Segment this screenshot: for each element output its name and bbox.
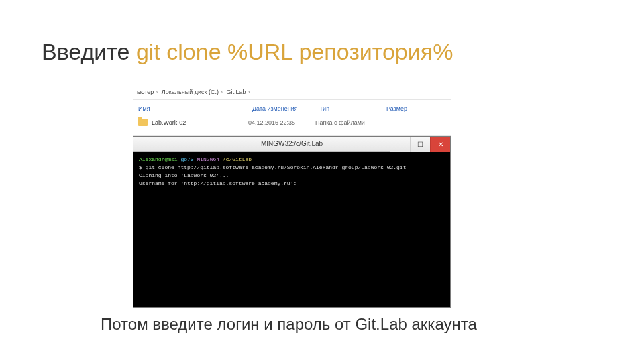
footer-text: Потом введите логин и пароль от Git.Lab … [101,315,477,334]
table-row: Lab.Work-02 04.12.2016 22:35 Папка с фай… [133,115,451,136]
terminal-output: Username for 'http://gitlab.software-aca… [139,180,297,186]
explorer-column-headers: Имя Дата изменения Тип Размер [133,100,451,115]
terminal-body: Alexandr@msi go70 MINGW64 /c/GitLab $ gi… [133,152,450,307]
title-prefix: Введите [42,39,136,64]
slide: Введите git clone %URL репозитория% ьюте… [0,0,644,362]
prompt-path: /c/GitLab [223,156,252,162]
chevron-right-icon: › [219,88,225,95]
maximize-button[interactable]: ☐ [410,137,430,152]
prompt-user: Alexandr@msi [139,156,178,162]
chevron-right-icon: › [246,88,252,95]
prompt-host: go70 [180,156,193,162]
column-header-type: Тип [319,105,386,112]
prompt-sys: MINGW64 [197,156,219,162]
column-header-date: Дата изменения [252,105,319,112]
breadcrumb: ьютер› Локальный диск (C:)› Git.Lab› [133,86,451,100]
breadcrumb-segment: Git.Lab [226,88,246,95]
column-header-size: Размер [386,105,427,112]
row-name: Lab.Work-02 [152,119,186,126]
terminal-command: $ git clone http://gitlab.software-acade… [139,164,406,170]
chevron-right-icon: › [154,88,160,95]
terminal-window: MINGW32:/c/Git.Lab — ☐ ✕ Alexandr@msi go… [133,136,451,308]
row-type: Папка с файлами [315,119,382,126]
window-controls: — ☐ ✕ [390,137,450,152]
screenshot-composite: ьютер› Локальный диск (C:)› Git.Lab› Имя… [133,86,451,308]
slide-title: Введите git clone %URL репозитория% [42,39,453,65]
column-header-name: Имя [138,105,252,112]
title-highlight: git clone %URL репозитория% [136,39,453,64]
terminal-output: Cloning into 'LabWork-02'... [139,172,229,178]
breadcrumb-segment: ьютер [137,88,154,95]
folder-icon [138,119,148,126]
breadcrumb-segment: Локальный диск (C:) [162,88,219,95]
explorer-window: ьютер› Локальный диск (C:)› Git.Lab› Имя… [133,86,451,136]
close-button[interactable]: ✕ [430,137,450,152]
row-date: 04.12.2016 22:35 [248,119,315,126]
terminal-titlebar: MINGW32:/c/Git.Lab — ☐ ✕ [133,137,450,152]
minimize-button[interactable]: — [390,137,410,152]
